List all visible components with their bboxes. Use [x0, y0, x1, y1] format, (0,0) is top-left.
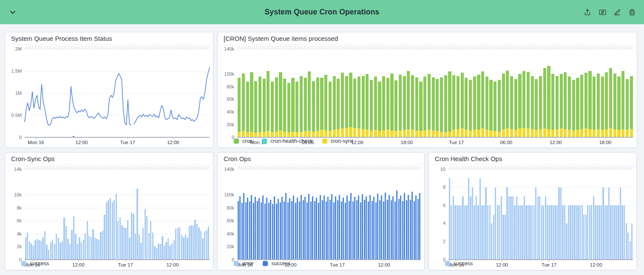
chart-legend: success — [429, 261, 636, 270]
panel-title[interactable]: Cron Ops — [218, 153, 424, 165]
share-button[interactable] — [582, 7, 593, 17]
panel-title[interactable]: [CRON] System Queue items processed — [218, 32, 637, 45]
svg-text:40k: 40k — [227, 109, 234, 114]
dashboard-row-bottom: Cron-Sync Ops 02k4k6k8k10k14kMon 1612:00… — [5, 152, 639, 270]
svg-text:8k: 8k — [17, 205, 22, 210]
svg-text:6k: 6k — [17, 218, 22, 223]
chart-legend: croncron-health-checkcron-sync — [218, 138, 637, 147]
svg-text:12:00: 12:00 — [167, 140, 179, 145]
legend-item-success[interactable]: success — [263, 261, 290, 266]
svg-text:80k: 80k — [227, 84, 234, 89]
svg-text:100k: 100k — [224, 71, 234, 77]
dashboard-body: System Queue Process Item Status 00.5M1M… — [0, 24, 644, 275]
svg-text:1M: 1M — [15, 91, 22, 96]
svg-text:2M: 2M — [15, 46, 22, 51]
svg-text:0.5M: 0.5M — [11, 113, 22, 118]
section-title: System Queue Cron Operations — [0, 8, 644, 17]
panel-cron-health-check-ops: Cron Health Check Ops 0246810Mon 1612:00… — [428, 152, 637, 270]
svg-text:4k: 4k — [17, 231, 22, 236]
svg-text:140k: 140k — [224, 46, 234, 51]
bar-chart-cron-health-check-ops[interactable]: 0246810Mon 1612:00Tue 1712:00 — [429, 165, 636, 261]
panel-cron-items-processed: [CRON] System Queue items processed 020k… — [217, 32, 637, 148]
legend-label: cron — [242, 138, 252, 144]
svg-text:4: 4 — [443, 221, 445, 226]
svg-text:10k: 10k — [14, 192, 22, 197]
svg-text:2k: 2k — [17, 244, 22, 249]
replace-panel-icon — [599, 9, 607, 16]
panel-title[interactable]: Cron-Sync Ops — [5, 153, 213, 165]
edit-icon — [613, 9, 621, 16]
legend-swatch — [21, 261, 26, 266]
legend-label: success — [30, 261, 49, 266]
svg-text:Tue 17: Tue 17 — [120, 140, 135, 145]
chart-legend: success — [5, 261, 213, 270]
svg-text:40k: 40k — [227, 231, 234, 236]
replace-panel-button[interactable] — [597, 7, 607, 17]
legend-label: cron-health-check — [270, 138, 312, 144]
line-chart-process-item-status[interactable]: 00.5M1M1.5M2MMon 1612:00Tue 1712:00 — [5, 45, 213, 147]
dashboard-section-header: System Queue Cron Operations — [0, 0, 644, 24]
legend-swatch — [234, 139, 239, 144]
legend-swatch — [263, 261, 268, 266]
chart-legend: errorsuccess — [218, 261, 424, 270]
legend-item-success[interactable]: success — [445, 261, 473, 266]
edit-button[interactable] — [612, 7, 622, 17]
svg-text:2: 2 — [443, 239, 445, 244]
svg-text:20k: 20k — [227, 122, 234, 127]
svg-text:100k: 100k — [224, 192, 234, 197]
svg-text:140k: 140k — [224, 167, 234, 172]
svg-text:14k: 14k — [14, 167, 22, 172]
share-icon — [584, 9, 591, 16]
dashboard-row-top: System Queue Process Item Status 00.5M1M… — [5, 32, 639, 148]
section-actions — [582, 7, 637, 17]
svg-text:1.5M: 1.5M — [11, 68, 22, 74]
legend-label: success — [454, 261, 473, 266]
svg-text:20k: 20k — [227, 244, 234, 249]
legend-item-cron-health-check[interactable]: cron-health-check — [262, 138, 312, 144]
svg-text:8: 8 — [443, 184, 445, 190]
stacked-bar-chart-items-processed[interactable]: 020k40k60k80k100k140kMon 1606:0012:0018:… — [218, 45, 637, 138]
legend-label: error — [242, 261, 253, 266]
legend-swatch — [234, 261, 239, 266]
legend-label: cron-sync — [331, 138, 354, 144]
bar-chart-cron-ops[interactable]: 020k40k60k80k100k140kMon 1612:00Tue 1712… — [218, 165, 424, 261]
delete-button[interactable] — [627, 7, 637, 17]
delete-icon — [628, 9, 636, 16]
svg-text:0: 0 — [19, 135, 22, 140]
bar-chart-cron-sync-ops[interactable]: 02k4k6k8k10k14kMon 1612:00Tue 1712:00 — [5, 165, 213, 261]
legend-label: success — [271, 261, 290, 266]
panel-cron-ops: Cron Ops 020k40k60k80k100k140kMon 1612:0… — [217, 152, 425, 270]
svg-text:60k: 60k — [227, 96, 234, 102]
svg-text:6: 6 — [443, 203, 445, 208]
svg-text:60k: 60k — [227, 218, 234, 223]
panel-title[interactable]: Cron Health Check Ops — [429, 153, 636, 165]
svg-text:12:00: 12:00 — [76, 140, 88, 145]
panel-system-queue-process-item-status: System Queue Process Item Status 00.5M1M… — [5, 32, 213, 148]
legend-swatch — [445, 261, 450, 266]
legend-item-cron[interactable]: cron — [234, 138, 252, 144]
legend-swatch — [322, 139, 327, 144]
svg-text:80k: 80k — [227, 205, 234, 210]
svg-text:10: 10 — [440, 167, 445, 172]
panel-title[interactable]: System Queue Process Item Status — [5, 32, 213, 45]
panel-cron-sync-ops: Cron-Sync Ops 02k4k6k8k10k14kMon 1612:00… — [5, 152, 213, 270]
legend-item-success[interactable]: success — [21, 261, 49, 266]
legend-item-error[interactable]: error — [234, 261, 253, 266]
legend-swatch — [262, 139, 267, 144]
legend-item-cron-sync[interactable]: cron-sync — [322, 138, 354, 144]
svg-text:Mon 16: Mon 16 — [28, 140, 44, 145]
